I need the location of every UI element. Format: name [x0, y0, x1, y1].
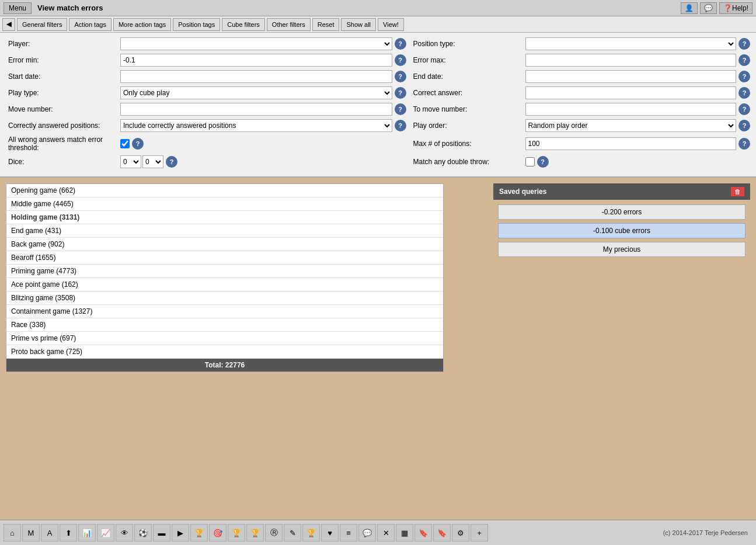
back-button[interactable]: ◀: [2, 18, 15, 31]
dice-help-button[interactable]: ?: [166, 156, 177, 168]
end-date-input[interactable]: [525, 70, 736, 83]
other-filters-button[interactable]: Other filters: [267, 18, 311, 31]
match-any-double-checkbox[interactable]: [525, 157, 535, 166]
error-min-input[interactable]: [120, 54, 392, 67]
main-content: Opening game (662) Middle game (4465) Ho…: [0, 178, 756, 530]
comment-icon[interactable]: 💬: [358, 524, 376, 541]
player-select[interactable]: [120, 37, 392, 50]
play-type-col: Play type: Only cube play All play types…: [4, 86, 409, 99]
error-max-input[interactable]: [525, 54, 736, 67]
add-icon[interactable]: +: [471, 524, 488, 541]
show-all-button[interactable]: Show all: [341, 18, 376, 31]
grid-icon[interactable]: ▦: [396, 524, 413, 541]
saved-query-1[interactable]: -0.200 errors: [498, 204, 745, 220]
correctly-answered-col: Correctly answered positions: Include co…: [4, 119, 409, 132]
error-min-col: Error min: ?: [4, 54, 409, 67]
error-max-help-button[interactable]: ?: [738, 54, 750, 66]
list-item[interactable]: Opening game (662): [6, 184, 443, 197]
position-type-select[interactable]: [525, 37, 736, 50]
to-move-number-help-button[interactable]: ?: [738, 103, 750, 115]
move-number-input[interactable]: [120, 103, 392, 116]
correctly-answered-help-button[interactable]: ?: [395, 120, 406, 131]
play-type-help-button[interactable]: ?: [395, 87, 406, 99]
trophy-icon-4[interactable]: 🏆: [302, 524, 320, 541]
match-any-double-label: Match any double throw:: [409, 158, 525, 166]
general-filters-button[interactable]: General filters: [17, 18, 67, 31]
list-item[interactable]: Race (338): [6, 318, 443, 332]
play-type-select[interactable]: Only cube play All play types Checker pl…: [120, 86, 392, 99]
menu-button[interactable]: Menu: [4, 2, 32, 14]
trophy-icon-2[interactable]: 🏆: [228, 524, 245, 541]
all-wrong-help-button[interactable]: ?: [132, 138, 144, 150]
saved-query-3[interactable]: My precious: [498, 242, 745, 257]
position-type-help-button[interactable]: ?: [738, 38, 750, 50]
filters-panel: Player: ? Position type: ? Error min: ? …: [0, 33, 756, 178]
bookmark-icon-1[interactable]: 🔖: [414, 524, 432, 541]
play-order-help-button[interactable]: ?: [738, 120, 750, 131]
action-tags-button[interactable]: Action tags: [69, 18, 111, 31]
play-type-label: Play type:: [4, 89, 120, 97]
bookmark-icon-2[interactable]: 🔖: [433, 524, 451, 541]
dice-select-2[interactable]: 0123456: [142, 155, 163, 168]
max-positions-label: Max # of positions:: [409, 140, 525, 148]
gear-icon[interactable]: ⚙: [452, 524, 469, 541]
list-item[interactable]: Ace point game (162): [6, 278, 443, 291]
list-icon[interactable]: ≡: [340, 524, 357, 541]
upload-icon[interactable]: ⬆: [60, 524, 77, 541]
correct-answer-input[interactable]: [525, 86, 736, 99]
home-icon[interactable]: ⌂: [4, 524, 21, 541]
registered-icon[interactable]: Ⓡ: [265, 524, 283, 541]
chart-icon[interactable]: 📊: [78, 524, 96, 541]
end-date-help-button[interactable]: ?: [738, 71, 750, 82]
saved-queries-header: Saved queries 🗑: [493, 183, 750, 200]
list-item[interactable]: Blitzing game (3508): [6, 291, 443, 305]
move-number-help-button[interactable]: ?: [395, 103, 406, 115]
trophy-icon-3[interactable]: 🏆: [246, 524, 264, 541]
player-help-button[interactable]: ?: [395, 38, 406, 50]
view-button[interactable]: View!: [378, 18, 404, 31]
chat-icon-button[interactable]: 💬: [700, 2, 717, 14]
list-item[interactable]: Back game (902): [6, 238, 443, 251]
delete-saved-queries-button[interactable]: 🗑: [731, 187, 744, 196]
position-tags-button[interactable]: Position tags: [173, 18, 220, 31]
correctly-answered-select[interactable]: Include correctly answered positions Exc…: [120, 119, 392, 132]
close-icon[interactable]: ✕: [377, 524, 395, 541]
list-item[interactable]: Holding game (3131): [6, 211, 443, 224]
eye-icon[interactable]: 👁: [116, 524, 133, 541]
m-icon[interactable]: M: [22, 524, 40, 541]
start-date-label: Start date:: [4, 72, 120, 81]
all-wrong-checkbox[interactable]: [120, 139, 130, 148]
list-item[interactable]: Prime vs prime (697): [6, 332, 443, 345]
list-item[interactable]: Priming game (4773): [6, 265, 443, 278]
start-date-help-button[interactable]: ?: [395, 71, 406, 82]
play-order-select[interactable]: Random play order Sequential play order: [525, 119, 736, 132]
max-positions-input[interactable]: [525, 137, 736, 150]
heart-icon[interactable]: ♥: [321, 524, 339, 541]
edit-icon[interactable]: ✎: [284, 524, 301, 541]
list-item[interactable]: End game (431): [6, 224, 443, 238]
user-icon-button[interactable]: 👤: [681, 2, 698, 14]
max-positions-help-button[interactable]: ?: [738, 138, 750, 150]
saved-query-2[interactable]: -0.100 cube errors: [498, 223, 745, 238]
correct-answer-help-button[interactable]: ?: [738, 87, 750, 99]
match-any-double-help-button[interactable]: ?: [537, 156, 549, 168]
cube-filters-button[interactable]: Cube filters: [222, 18, 265, 31]
to-move-number-input[interactable]: [525, 103, 736, 116]
trophy-icon-1[interactable]: 🏆: [190, 524, 208, 541]
ball-icon[interactable]: ⚽: [134, 524, 152, 541]
play-icon[interactable]: ▶: [172, 524, 189, 541]
more-action-tags-button[interactable]: More action tags: [113, 18, 171, 31]
reset-button[interactable]: Reset: [312, 18, 340, 31]
list-item[interactable]: Middle game (4465): [6, 197, 443, 211]
list-item[interactable]: Containment game (1327): [6, 305, 443, 318]
start-date-input[interactable]: [120, 70, 392, 83]
help-icon-button[interactable]: ❓Help!: [719, 2, 752, 14]
stop-icon[interactable]: ▬: [153, 524, 170, 541]
list-item[interactable]: Bearoff (1655): [6, 251, 443, 265]
graph-icon[interactable]: 📈: [97, 524, 114, 541]
a-icon[interactable]: A: [41, 524, 58, 541]
target-icon[interactable]: 🎯: [209, 524, 227, 541]
error-min-help-button[interactable]: ?: [395, 54, 406, 66]
dice-select-1[interactable]: 0123456: [120, 155, 141, 168]
list-item[interactable]: Proto back game (725): [6, 345, 443, 359]
